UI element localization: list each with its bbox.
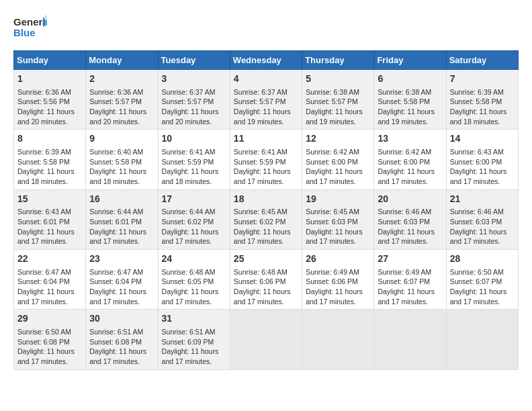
day-info: Sunrise: 6:47 AMSunset: 6:04 PMDaylight:… bbox=[17, 268, 75, 306]
calendar-cell: 19Sunrise: 6:45 AMSunset: 6:03 PMDayligh… bbox=[302, 189, 374, 249]
day-number: 11 bbox=[234, 132, 298, 146]
day-number: 24 bbox=[162, 253, 226, 266]
calendar-cell: 6Sunrise: 6:38 AMSunset: 5:58 PMDaylight… bbox=[374, 70, 446, 130]
day-number: 2 bbox=[89, 73, 154, 86]
calendar-cell: 2Sunrise: 6:36 AMSunset: 5:57 PMDaylight… bbox=[86, 70, 158, 130]
day-info: Sunrise: 6:38 AMSunset: 5:57 PMDaylight:… bbox=[306, 88, 363, 126]
day-number: 22 bbox=[17, 253, 82, 266]
day-info: Sunrise: 6:45 AMSunset: 6:03 PMDaylight:… bbox=[306, 208, 363, 245]
day-number: 23 bbox=[89, 253, 154, 266]
calendar-cell: 10Sunrise: 6:41 AMSunset: 5:59 PMDayligh… bbox=[158, 130, 230, 189]
day-number: 13 bbox=[378, 132, 442, 146]
day-info: Sunrise: 6:48 AMSunset: 6:05 PMDaylight:… bbox=[162, 268, 219, 306]
calendar-cell: 27Sunrise: 6:49 AMSunset: 6:07 PMDayligh… bbox=[374, 250, 446, 310]
day-number: 31 bbox=[162, 312, 226, 326]
day-info: Sunrise: 6:38 AMSunset: 5:58 PMDaylight:… bbox=[378, 88, 435, 126]
day-info: Sunrise: 6:49 AMSunset: 6:07 PMDaylight:… bbox=[378, 268, 435, 306]
calendar-cell: 1Sunrise: 6:36 AMSunset: 5:56 PMDaylight… bbox=[14, 70, 86, 130]
day-number: 8 bbox=[17, 132, 82, 146]
calendar-cell bbox=[374, 310, 446, 369]
col-header-wednesday: Wednesday bbox=[230, 51, 302, 70]
day-number: 10 bbox=[162, 132, 226, 146]
day-number: 3 bbox=[162, 73, 226, 86]
calendar-cell bbox=[302, 310, 374, 369]
day-info: Sunrise: 6:41 AMSunset: 5:59 PMDaylight:… bbox=[162, 148, 219, 185]
day-info: Sunrise: 6:50 AMSunset: 6:08 PMDaylight:… bbox=[17, 328, 75, 365]
day-info: Sunrise: 6:48 AMSunset: 6:06 PMDaylight:… bbox=[234, 268, 291, 306]
day-number: 27 bbox=[378, 253, 442, 266]
calendar-cell: 30Sunrise: 6:51 AMSunset: 6:08 PMDayligh… bbox=[86, 310, 158, 369]
day-info: Sunrise: 6:42 AMSunset: 6:00 PMDaylight:… bbox=[306, 148, 363, 185]
day-number: 16 bbox=[89, 193, 154, 206]
day-info: Sunrise: 6:42 AMSunset: 6:00 PMDaylight:… bbox=[378, 148, 435, 185]
day-number: 15 bbox=[17, 193, 82, 206]
day-info: Sunrise: 6:43 AMSunset: 6:00 PMDaylight:… bbox=[450, 148, 507, 185]
calendar-cell: 17Sunrise: 6:44 AMSunset: 6:02 PMDayligh… bbox=[158, 189, 230, 249]
day-number: 17 bbox=[162, 193, 226, 206]
calendar-cell: 20Sunrise: 6:46 AMSunset: 6:03 PMDayligh… bbox=[374, 189, 446, 249]
calendar-cell bbox=[446, 310, 518, 369]
calendar-cell: 3Sunrise: 6:37 AMSunset: 5:57 PMDaylight… bbox=[158, 70, 230, 130]
day-number: 1 bbox=[17, 73, 82, 86]
day-info: Sunrise: 6:36 AMSunset: 5:56 PMDaylight:… bbox=[17, 88, 75, 126]
calendar-cell: 16Sunrise: 6:44 AMSunset: 6:01 PMDayligh… bbox=[86, 189, 158, 249]
logo-blue-text: Blue bbox=[13, 27, 36, 38]
calendar-cell bbox=[230, 310, 302, 369]
day-info: Sunrise: 6:51 AMSunset: 6:09 PMDaylight:… bbox=[162, 328, 219, 365]
day-info: Sunrise: 6:43 AMSunset: 6:01 PMDaylight:… bbox=[17, 208, 75, 245]
day-info: Sunrise: 6:44 AMSunset: 6:02 PMDaylight:… bbox=[162, 208, 219, 245]
calendar-week-row: 22Sunrise: 6:47 AMSunset: 6:04 PMDayligh… bbox=[14, 250, 519, 310]
day-info: Sunrise: 6:40 AMSunset: 5:58 PMDaylight:… bbox=[89, 148, 146, 185]
day-number: 20 bbox=[378, 193, 442, 206]
calendar-cell: 29Sunrise: 6:50 AMSunset: 6:08 PMDayligh… bbox=[14, 310, 86, 369]
day-number: 7 bbox=[450, 73, 515, 86]
day-info: Sunrise: 6:46 AMSunset: 6:03 PMDaylight:… bbox=[378, 208, 435, 245]
day-info: Sunrise: 6:39 AMSunset: 5:58 PMDaylight:… bbox=[17, 148, 75, 185]
day-number: 28 bbox=[450, 253, 515, 266]
col-header-saturday: Saturday bbox=[446, 51, 518, 70]
col-header-tuesday: Tuesday bbox=[158, 51, 230, 70]
day-info: Sunrise: 6:49 AMSunset: 6:06 PMDaylight:… bbox=[306, 268, 363, 306]
day-number: 18 bbox=[234, 193, 298, 206]
col-header-friday: Friday bbox=[374, 51, 446, 70]
day-info: Sunrise: 6:50 AMSunset: 6:07 PMDaylight:… bbox=[450, 268, 507, 306]
calendar-cell: 28Sunrise: 6:50 AMSunset: 6:07 PMDayligh… bbox=[446, 250, 518, 310]
logo: General Blue bbox=[13, 13, 47, 44]
calendar-table: SundayMondayTuesdayWednesdayThursdayFrid… bbox=[13, 50, 519, 370]
calendar-cell: 25Sunrise: 6:48 AMSunset: 6:06 PMDayligh… bbox=[230, 250, 302, 310]
logo-svg: General Blue bbox=[13, 13, 47, 44]
calendar-cell: 14Sunrise: 6:43 AMSunset: 6:00 PMDayligh… bbox=[446, 130, 518, 189]
calendar-cell: 11Sunrise: 6:41 AMSunset: 5:59 PMDayligh… bbox=[230, 130, 302, 189]
calendar-cell: 8Sunrise: 6:39 AMSunset: 5:58 PMDaylight… bbox=[14, 130, 86, 189]
day-number: 19 bbox=[306, 193, 370, 206]
day-number: 25 bbox=[234, 253, 298, 266]
day-info: Sunrise: 6:41 AMSunset: 5:59 PMDaylight:… bbox=[234, 148, 291, 185]
calendar-cell: 7Sunrise: 6:39 AMSunset: 5:58 PMDaylight… bbox=[446, 70, 518, 130]
day-number: 12 bbox=[306, 132, 370, 146]
calendar-cell: 13Sunrise: 6:42 AMSunset: 6:00 PMDayligh… bbox=[374, 130, 446, 189]
calendar-cell: 12Sunrise: 6:42 AMSunset: 6:00 PMDayligh… bbox=[302, 130, 374, 189]
logo-container: General Blue bbox=[13, 13, 47, 44]
day-number: 9 bbox=[89, 132, 154, 146]
calendar-cell: 23Sunrise: 6:47 AMSunset: 6:04 PMDayligh… bbox=[86, 250, 158, 310]
day-info: Sunrise: 6:47 AMSunset: 6:04 PMDaylight:… bbox=[89, 268, 146, 306]
day-number: 5 bbox=[306, 73, 370, 86]
logo-general-text: General bbox=[13, 16, 47, 28]
calendar-cell: 5Sunrise: 6:38 AMSunset: 5:57 PMDaylight… bbox=[302, 70, 374, 130]
calendar-cell: 26Sunrise: 6:49 AMSunset: 6:06 PMDayligh… bbox=[302, 250, 374, 310]
calendar-cell: 4Sunrise: 6:37 AMSunset: 5:57 PMDaylight… bbox=[230, 70, 302, 130]
day-number: 14 bbox=[450, 132, 515, 146]
col-header-sunday: Sunday bbox=[14, 51, 86, 70]
calendar-cell: 15Sunrise: 6:43 AMSunset: 6:01 PMDayligh… bbox=[14, 189, 86, 249]
day-info: Sunrise: 6:37 AMSunset: 5:57 PMDaylight:… bbox=[162, 88, 219, 126]
calendar-cell: 9Sunrise: 6:40 AMSunset: 5:58 PMDaylight… bbox=[86, 130, 158, 189]
day-info: Sunrise: 6:51 AMSunset: 6:08 PMDaylight:… bbox=[89, 328, 146, 365]
day-info: Sunrise: 6:46 AMSunset: 6:03 PMDaylight:… bbox=[450, 208, 507, 245]
calendar-week-row: 29Sunrise: 6:50 AMSunset: 6:08 PMDayligh… bbox=[14, 310, 519, 369]
calendar-cell: 31Sunrise: 6:51 AMSunset: 6:09 PMDayligh… bbox=[158, 310, 230, 369]
calendar-cell: 21Sunrise: 6:46 AMSunset: 6:03 PMDayligh… bbox=[446, 189, 518, 249]
calendar-cell: 22Sunrise: 6:47 AMSunset: 6:04 PMDayligh… bbox=[14, 250, 86, 310]
day-info: Sunrise: 6:37 AMSunset: 5:57 PMDaylight:… bbox=[234, 88, 291, 126]
calendar-week-row: 15Sunrise: 6:43 AMSunset: 6:01 PMDayligh… bbox=[14, 189, 519, 249]
calendar-week-row: 1Sunrise: 6:36 AMSunset: 5:56 PMDaylight… bbox=[14, 70, 519, 130]
